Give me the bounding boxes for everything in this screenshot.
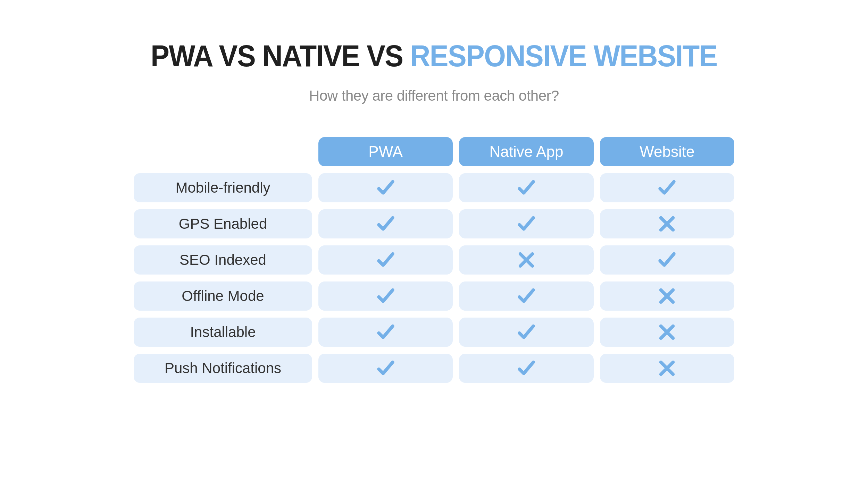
cross-icon [600, 354, 734, 383]
table-row: GPS Enabled [134, 209, 734, 238]
column-header: Website [600, 137, 734, 166]
check-icon [318, 318, 453, 347]
check-icon [318, 173, 453, 202]
check-icon [318, 281, 453, 311]
table-row: Mobile-friendly [134, 173, 734, 202]
feature-label: GPS Enabled [134, 209, 312, 238]
page-title: PWA VS NATIVE VS RESPONSIVE WEBSITE [151, 38, 717, 74]
check-icon [318, 245, 453, 275]
check-icon [459, 173, 593, 202]
check-icon [459, 209, 593, 238]
cross-icon [459, 245, 593, 275]
check-icon [318, 354, 453, 383]
title-dark: PWA VS NATIVE VS [151, 39, 410, 73]
check-icon [600, 245, 734, 275]
feature-label: Mobile-friendly [134, 173, 312, 202]
check-icon [459, 318, 593, 347]
column-header: Native App [459, 137, 593, 166]
feature-label: Push Notifications [134, 354, 312, 383]
table-header-row: PWANative AppWebsite [134, 137, 734, 166]
table-row: Push Notifications [134, 354, 734, 383]
cross-icon [600, 209, 734, 238]
check-icon [318, 209, 453, 238]
table-row: SEO Indexed [134, 245, 734, 275]
check-icon [459, 354, 593, 383]
table-row: Offline Mode [134, 281, 734, 311]
table-row: Installable [134, 318, 734, 347]
title-accent: RESPONSIVE WEBSITE [410, 39, 717, 73]
feature-label: Installable [134, 318, 312, 347]
feature-label: Offline Mode [134, 281, 312, 311]
cross-icon [600, 318, 734, 347]
page-subtitle: How they are different from each other? [309, 87, 559, 104]
cross-icon [600, 281, 734, 311]
check-icon [600, 173, 734, 202]
feature-label: SEO Indexed [134, 245, 312, 275]
header-spacer [134, 137, 312, 166]
check-icon [459, 281, 593, 311]
comparison-table: PWANative AppWebsite Mobile-friendlyGPS … [134, 137, 734, 390]
column-header: PWA [318, 137, 453, 166]
